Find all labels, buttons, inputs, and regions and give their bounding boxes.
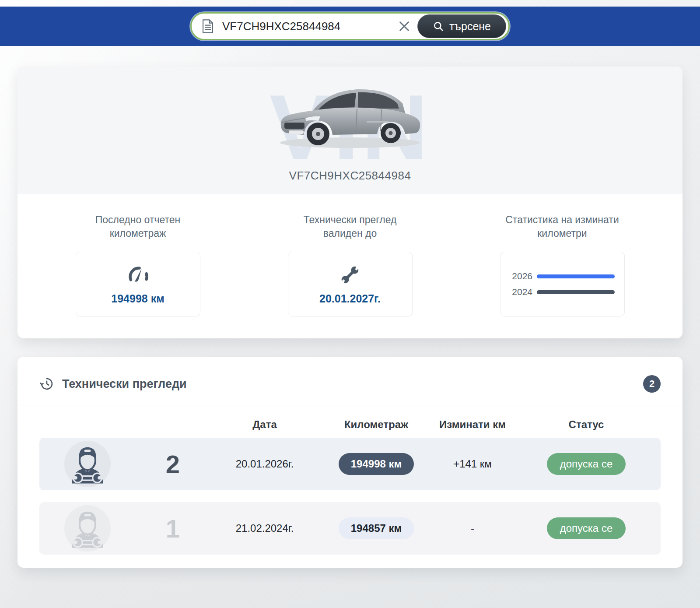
column-date: Дата	[210, 418, 319, 431]
stat-box-chart: 2026 2024	[500, 252, 625, 316]
stat-inspection-valid: Технически преглед валиден до 20.01.2027…	[284, 213, 416, 316]
inspection-row-2[interactable]: 2 20.01.2026г. 194998 км +141 км допуска…	[39, 438, 661, 490]
vehicle-stats: Последно отчетен километраж 194998 км Те…	[18, 194, 682, 338]
inspection-number: 2	[136, 450, 210, 479]
inspection-row-1[interactable]: 1 21.02.2024г. 194857 км - допуска се	[39, 502, 661, 555]
search-button[interactable]: търсене	[417, 14, 506, 38]
stat-box-inspection: 20.01.2027г.	[288, 252, 413, 316]
table-header-row: Дата Километраж Изминати км Статус	[39, 418, 661, 431]
inspections-count-badge: 2	[643, 375, 661, 393]
chart-label: 2026	[510, 271, 532, 281]
inspection-date: 21.02.2024г.	[210, 522, 319, 534]
clear-search-button[interactable]	[395, 17, 414, 36]
document-icon	[201, 19, 214, 34]
inspection-date: 20.01.2026г.	[210, 458, 319, 470]
stat-title: Последно отчетен километраж	[72, 213, 203, 241]
inspections-list: 2 20.01.2026г. 194998 км +141 км допуска…	[39, 438, 661, 555]
status-badge: допуска се	[547, 453, 626, 475]
inspection-valid-date: 20.01.2027г.	[319, 292, 381, 305]
odometer-value: 194998 км	[111, 292, 164, 305]
vin-search-bar: търсене	[190, 12, 510, 40]
chart-row-2026: 2026	[510, 271, 615, 281]
bar-2024	[537, 290, 615, 294]
column-odometer: Километраж	[319, 418, 433, 431]
speedometer-icon	[126, 264, 149, 286]
mileage-mini-chart: 2026 2024	[510, 271, 615, 297]
stat-box-odometer: 194998 км	[76, 252, 200, 316]
status-badge: допуска се	[547, 517, 626, 539]
wrench-icon	[339, 264, 361, 286]
column-status: Статус	[512, 418, 661, 431]
stat-mileage-chart: Статистика на изминати километри 2026 20…	[497, 213, 628, 316]
search-button-label: търсене	[449, 20, 491, 33]
search-icon	[433, 21, 444, 32]
inspections-header: Технически прегледи 2	[18, 357, 682, 405]
stat-title: Технически преглед валиден до	[284, 213, 416, 241]
mechanic-avatar	[64, 505, 111, 552]
vin-caption: VF7CH9HXC25844984	[289, 169, 411, 194]
delta-km: -	[433, 522, 512, 534]
divider	[18, 405, 682, 405]
stat-title: Статистика на изминати километри	[497, 213, 628, 241]
chart-row-2024: 2024	[510, 287, 615, 297]
delta-km: +141 км	[433, 458, 512, 470]
inspection-number: 1	[136, 514, 210, 543]
odometer-badge: 194857 км	[339, 517, 414, 539]
stat-last-odometer: Последно отчетен километраж 194998 км	[72, 213, 203, 316]
chart-label: 2024	[510, 287, 532, 297]
car-image	[271, 76, 429, 151]
vehicle-summary-card: VIN	[18, 67, 682, 338]
top-header-bar: търсене	[0, 7, 700, 46]
odometer-badge: 194998 км	[339, 453, 414, 475]
column-delta: Изминати км	[433, 418, 512, 431]
vin-search-input[interactable]	[222, 20, 395, 33]
inspections-title: Технически прегледи	[62, 377, 187, 391]
bar-2026	[537, 274, 615, 278]
inspections-card: Технически прегледи 2 Дата Километраж Из…	[18, 357, 682, 568]
history-clock-icon	[39, 376, 54, 391]
vehicle-hero: VIN	[18, 67, 682, 194]
mechanic-avatar	[64, 441, 111, 487]
